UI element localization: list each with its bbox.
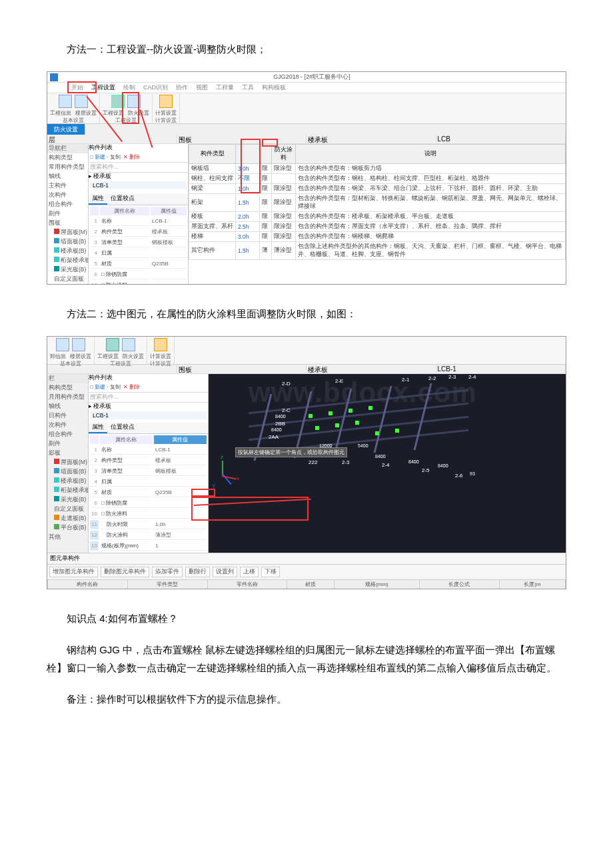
menu-quantity[interactable]: 工程量 [212,83,238,92]
nav-item[interactable]: 次构件 [47,191,88,200]
app-icon [50,73,58,81]
list-item-lcb1[interactable]: LCB-1 [90,181,187,189]
nav-sub[interactable]: 楼承板(B) [61,477,86,484]
dd-deck[interactable]: 楼承板 [306,135,436,143]
dd-lcb[interactable]: LCB [436,135,566,143]
calc-settings-icon[interactable] [154,338,167,351]
btn-add-part[interactable]: 添加零件 [152,567,183,577]
truss-deck-icon [54,257,59,262]
nav-item[interactable]: 主构件 [47,181,88,191]
col-propval: 属性值 [151,207,187,215]
axis-x [222,475,237,480]
menu-project-settings[interactable]: 工程设置 [87,83,119,92]
dd-floor[interactable]: 层 [47,135,177,143]
tab-position[interactable]: 位置校点 [107,194,138,205]
nav-sub[interactable]: 屋面板(M) [61,229,87,235]
calc-settings-icon[interactable] [159,95,173,108]
project-info-icon[interactable] [59,95,72,108]
project-settings-icon[interactable] [106,338,119,351]
dd-deck[interactable]: 楼承板 [306,365,436,373]
floor-settings-icon[interactable] [72,338,85,351]
roof-icon [54,459,59,464]
nav-sub[interactable]: 桁架楼承板(B) [61,257,89,263]
ribbon-calc-settings: 计算设置 [155,109,177,117]
list-item-lcb1[interactable]: LCB-1 [90,411,207,419]
nav-sub[interactable]: 采光板(B) [61,496,86,503]
ribbon-fire-settings: 防火设置 [128,109,149,117]
nav-item[interactable]: 轴线 [47,172,88,181]
nav-sub[interactable]: 桁架楼承板(B) [61,487,89,493]
nav-sub[interactable]: 墙面板(B) [61,238,86,245]
nav-item[interactable]: 轴线 [47,402,88,411]
project-settings-icon[interactable] [111,95,125,108]
fire-settings-icon[interactable] [122,338,135,351]
nav-item[interactable]: 月用构件类型 [47,393,88,402]
nav-sub[interactable]: 屋面板(M) [61,459,87,465]
delete-button[interactable]: 删除 [129,154,140,160]
nav-item[interactable]: 构构类型 [47,153,88,163]
filter-row: 层 围板 楼承板 LCB [47,135,566,144]
ribbon-floor-settings: 楼层设置 [75,109,97,117]
dim-label: 8400 [438,463,448,468]
nav-item[interactable]: 组合构件 [47,430,88,439]
screenshot-2: 卸信息 楼层设置 基本设置 工程设置 防火设置 工程设置 计算设置 计算设置 [47,336,566,589]
menu-cad[interactable]: CAD识别 [139,83,172,92]
nav-item[interactable]: 次构件 [47,421,88,430]
viewport-3d[interactable]: www.bdocx.com 2-D 2-E 2-1 2-2 [209,374,566,553]
tab-fire-settings[interactable]: 防火设置 [47,124,85,135]
bottom-tab[interactable]: 图元单构件 [50,555,80,561]
search-input[interactable]: 搜索构件... [89,393,208,403]
btn-del-component[interactable]: 删除图元单构件 [101,567,149,577]
menu-template[interactable]: 构构模板 [258,83,290,92]
col-header: 零件类型 [127,580,207,589]
project-info-icon[interactable] [56,338,69,351]
tab-properties[interactable]: 属性 [89,423,107,433]
nav-item[interactable]: 日构件 [47,411,88,421]
tab-position[interactable]: 位置校点 [107,423,138,433]
fire-settings-icon[interactable] [127,95,141,108]
nav-item[interactable]: 组合构件 [47,200,88,209]
dd-panel[interactable]: 围板 [177,365,307,373]
new-button[interactable]: 新建 [95,154,105,160]
btn-move-up[interactable]: 上移 [240,567,259,577]
nav-item[interactable]: 构构类型 [47,383,88,393]
nav-item[interactable]: 副件 [47,439,88,449]
nav-sub[interactable]: 自定义面板 [47,275,88,284]
menu-collab[interactable]: 协作 [172,83,192,92]
col-propname: 属性名称 [100,435,153,444]
nav-sub[interactable]: 楼承板(B) [61,247,86,254]
nav-sub[interactable]: 自定义面板 [47,505,88,514]
nav-item[interactable]: 副件 [47,209,88,219]
search-input[interactable]: 搜索构件... [89,163,188,173]
nav-sub[interactable]: 墙面板(B) [61,468,86,475]
dd-lcb[interactable]: LCB-1 [436,365,566,373]
nav-item[interactable]: 其他 [47,533,88,542]
nav-sub[interactable]: 平台板(B) [61,524,86,531]
menu-view[interactable]: 视图 [192,83,212,92]
delete-button[interactable]: 删除 [129,384,140,390]
copy-button[interactable]: 复制 [110,384,121,390]
grid-label: 2-1 [402,377,410,383]
copy-button[interactable]: 复制 [110,154,121,160]
dd-panel[interactable]: 围板 [177,135,307,143]
nav-item[interactable]: 常用构件类型 [47,163,88,172]
btn-add-component[interactable]: 增加图元单构件 [49,567,98,577]
menu-start[interactable]: 开始 [67,83,87,92]
nav-item[interactable]: 影板 [47,449,88,458]
btn-set-col[interactable]: 设置列 [213,567,237,577]
menu-tools[interactable]: 工具 [238,83,258,92]
ribbon-group-basic: 基本设置 [63,117,84,124]
nav-sub[interactable]: 走道板(B) [61,515,86,521]
new-button[interactable]: 新建 [95,384,105,390]
method2-text: 方法二：选中图元，在属性的防火涂料里面调整防火时限，如图： [67,305,566,323]
col-component-type: 构件类型 [189,145,236,164]
dim-label: 8400 [375,454,386,459]
nav-sub[interactable]: 采光板(B) [61,266,86,273]
menu-draw[interactable]: 绘制 [119,83,139,92]
tab-properties[interactable]: 属性 [89,194,107,205]
btn-move-down[interactable]: 下移 [261,567,280,577]
grid-label: 2-5 [422,467,430,473]
nav-item[interactable]: 围板 [47,219,88,228]
btn-del-row[interactable]: 删除行 [185,567,210,577]
dd-floor[interactable] [47,365,177,373]
